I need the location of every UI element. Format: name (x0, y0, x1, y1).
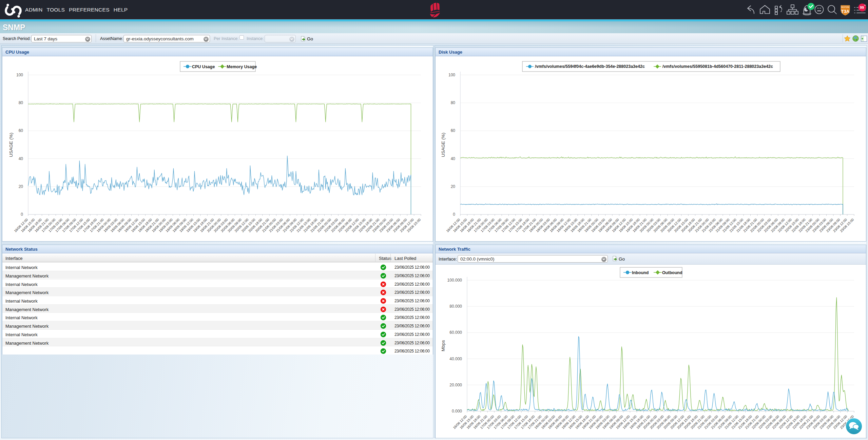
svg-text:+: + (864, 4, 866, 7)
svg-text:/vmfs/volumes/5595081b-4d56047: /vmfs/volumes/5595081b-4d560470-2811-288… (662, 64, 773, 69)
svg-text:0: 0 (21, 212, 23, 217)
svg-text:Outbound: Outbound (662, 270, 682, 275)
svg-text:T3A: T3A (841, 9, 850, 14)
svg-text:80: 80 (19, 100, 23, 105)
svg-text:RESTORE: RESTORE (841, 6, 850, 8)
svg-text:99: 99 (860, 5, 864, 9)
svg-text:20: 20 (19, 184, 23, 189)
svg-text:20.000: 20.000 (449, 383, 462, 387)
svg-text:Inbound: Inbound (632, 270, 649, 275)
svg-text:CPU Usage: CPU Usage (192, 64, 215, 69)
svg-text:60: 60 (451, 128, 456, 133)
svg-text:100: 100 (448, 73, 455, 77)
svg-text:USAGE (%): USAGE (%) (8, 133, 14, 157)
svg-text:0.000: 0.000 (452, 409, 462, 414)
svg-text:80: 80 (451, 100, 456, 105)
svg-text:60.000: 60.000 (449, 330, 462, 335)
svg-text:Mbps: Mbps (441, 340, 446, 351)
svg-text:100: 100 (16, 73, 23, 77)
svg-text:0: 0 (453, 212, 455, 217)
svg-text:20: 20 (451, 184, 456, 189)
svg-text:40: 40 (451, 156, 456, 161)
svg-text:/vmfs/volumes/5594f04c-4ae6e9d: /vmfs/volumes/5594f04c-4ae6e9db-354e-288… (535, 64, 645, 69)
svg-text:USAGE (%): USAGE (%) (441, 133, 446, 157)
svg-text:60: 60 (19, 128, 23, 133)
svg-text:40: 40 (19, 156, 23, 161)
svg-text:40.000: 40.000 (449, 357, 462, 361)
svg-text:80.000: 80.000 (449, 304, 462, 309)
svg-text:100.000: 100.000 (447, 278, 462, 283)
svg-text:Memory Usage: Memory Usage (227, 64, 257, 69)
